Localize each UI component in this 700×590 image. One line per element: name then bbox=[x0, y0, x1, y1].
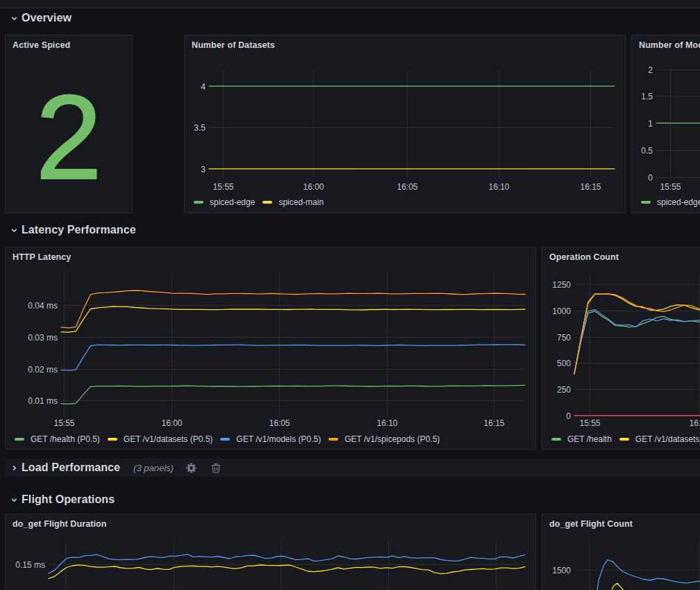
svg-text:16:15: 16:15 bbox=[483, 418, 504, 428]
legend-item[interactable]: spiced-edge bbox=[194, 197, 255, 207]
chart-plot: 0.01 ms0.02 ms0.03 ms0.04 ms15:5516:0016… bbox=[6, 247, 535, 449]
stat-value: 2 bbox=[6, 60, 132, 213]
series-line bbox=[574, 560, 700, 590]
chevron-right-icon bbox=[10, 464, 18, 472]
chart-number-of-models: 00.511.5215:5516:0016:0516:1016:15spiced… bbox=[632, 35, 700, 213]
legend-item[interactable]: GET /health (P0.5) bbox=[15, 434, 100, 444]
svg-text:1250: 1250 bbox=[552, 280, 571, 290]
svg-text:16:10: 16:10 bbox=[488, 182, 509, 192]
legend-series-dash bbox=[108, 438, 117, 441]
section-title-latency-performance: Latency Performance bbox=[22, 224, 136, 236]
chart-legend: GET /healthGET /v1/datasetsGET /v1/model… bbox=[551, 434, 700, 445]
svg-text:16:15: 16:15 bbox=[580, 182, 601, 192]
panel-http-latency: HTTP Latency 0.01 ms0.02 ms0.03 ms0.04 m… bbox=[5, 247, 536, 450]
legend-series-dash bbox=[15, 438, 24, 441]
legend-series-dash bbox=[194, 201, 203, 204]
chevron-down-icon bbox=[10, 14, 18, 22]
svg-text:16:00: 16:00 bbox=[303, 182, 324, 192]
legend-item[interactable]: GET /health bbox=[551, 434, 612, 444]
series-line bbox=[574, 294, 700, 374]
chart-legend: spiced-edgespiced-main bbox=[194, 197, 331, 208]
svg-text:15:55: 15:55 bbox=[53, 418, 74, 428]
svg-text:3.5: 3.5 bbox=[194, 123, 206, 133]
svg-text:0.5: 0.5 bbox=[641, 146, 653, 156]
svg-text:0.01 ms: 0.01 ms bbox=[28, 396, 58, 406]
svg-text:3: 3 bbox=[201, 165, 206, 174]
svg-text:1: 1 bbox=[648, 119, 653, 129]
svg-text:16:05: 16:05 bbox=[269, 418, 290, 428]
chart-legend: GET /health (P0.5)GET /v1/datasets (P0.5… bbox=[15, 434, 447, 445]
section-title-load-performance: Load Performance bbox=[22, 461, 120, 474]
section-title-flight-operations: Flight Operations bbox=[22, 493, 115, 506]
toolbar-bottom-edge bbox=[0, 0, 700, 8]
legend-series-label: GET /v1/spicepods (P0.5) bbox=[344, 434, 440, 444]
legend-series-label: GET /v1/datasets (P0.5) bbox=[124, 434, 213, 444]
chart-plot: 150015:5516:0016:0516:1016:15 bbox=[542, 514, 700, 590]
chart-number-of-datasets: 33.5415:5516:0016:0516:1016:15spiced-edg… bbox=[185, 35, 625, 213]
series-line bbox=[61, 345, 525, 370]
svg-text:15:55: 15:55 bbox=[660, 182, 681, 192]
chart-operation-count: 02505007501000125015:5516:0016:0516:1016… bbox=[542, 247, 700, 449]
chart-do-get-flight-count: 150015:5516:0016:0516:1016:15 bbox=[542, 514, 700, 590]
dashboard-canvas: Overview Active Spiced 2 Number of Datas… bbox=[0, 0, 700, 590]
legend-series-dash bbox=[551, 438, 561, 441]
series-line bbox=[49, 565, 525, 579]
trash-icon[interactable] bbox=[211, 463, 221, 473]
svg-text:0.03 ms: 0.03 ms bbox=[28, 333, 58, 343]
svg-text:16:10: 16:10 bbox=[376, 418, 397, 428]
section-row-latency-performance[interactable]: Latency Performance bbox=[10, 221, 136, 239]
legend-item[interactable]: spiced-edge bbox=[641, 197, 700, 207]
legend-series-label: spiced-main bbox=[278, 197, 324, 207]
svg-text:0.04 ms: 0.04 ms bbox=[28, 301, 58, 311]
svg-text:16:00: 16:00 bbox=[689, 418, 700, 428]
svg-text:0.15 ms: 0.15 ms bbox=[15, 560, 45, 570]
svg-text:1.5: 1.5 bbox=[641, 92, 653, 101]
chart-http-latency: 0.01 ms0.02 ms0.03 ms0.04 ms15:5516:0016… bbox=[6, 247, 535, 449]
chart-plot: 33.5415:5516:0016:0516:1016:15 bbox=[185, 35, 625, 213]
panel-active-spiced: Active Spiced 2 bbox=[5, 35, 133, 213]
svg-text:4: 4 bbox=[201, 82, 206, 92]
legend-series-dash bbox=[220, 438, 230, 441]
panel-number-of-models: Number of Models 00.511.5215:5516:0016:0… bbox=[631, 35, 700, 213]
chart-do-get-flight-duration: 0.15 ms15:5516:0016:0516:1016:15 bbox=[6, 514, 535, 590]
legend-series-label: GET /health (P0.5) bbox=[31, 434, 100, 444]
row-panel-count: (3 panels) bbox=[133, 463, 174, 473]
legend-item[interactable]: GET /v1/models (P0.5) bbox=[220, 434, 321, 444]
section-row-flight-operations[interactable]: Flight Operations bbox=[10, 491, 115, 509]
svg-text:16:00: 16:00 bbox=[161, 418, 182, 428]
svg-text:250: 250 bbox=[557, 385, 571, 395]
chart-plot: 02505007501000125015:5516:0016:0516:1016… bbox=[542, 247, 700, 449]
svg-text:1500: 1500 bbox=[552, 566, 571, 575]
legend-item[interactable]: GET /v1/datasets bbox=[619, 434, 700, 444]
legend-series-label: spiced-edge bbox=[210, 197, 255, 207]
series-line bbox=[49, 555, 525, 574]
gear-icon[interactable] bbox=[186, 463, 197, 473]
series-line bbox=[574, 583, 700, 590]
svg-text:0.02 ms: 0.02 ms bbox=[28, 365, 58, 375]
section-row-overview[interactable]: Overview bbox=[10, 9, 72, 27]
svg-text:750: 750 bbox=[557, 333, 571, 343]
section-row-load-performance[interactable]: Load Performance (3 panels) bbox=[10, 459, 221, 477]
legend-series-dash bbox=[619, 438, 629, 441]
svg-text:16:05: 16:05 bbox=[397, 182, 417, 192]
panel-number-of-datasets: Number of Datasets 33.5415:5516:0016:051… bbox=[184, 35, 626, 213]
legend-item[interactable]: GET /v1/datasets (P0.5) bbox=[108, 434, 213, 444]
svg-text:15:55: 15:55 bbox=[212, 182, 233, 192]
chevron-down-icon bbox=[10, 495, 18, 504]
section-title-overview: Overview bbox=[22, 12, 72, 24]
legend-series-label: spiced-edge bbox=[657, 197, 700, 207]
svg-text:15:55: 15:55 bbox=[579, 418, 600, 428]
svg-text:500: 500 bbox=[557, 359, 571, 368]
series-line bbox=[61, 306, 525, 332]
svg-text:1000: 1000 bbox=[552, 306, 571, 316]
legend-item[interactable]: spiced-main bbox=[262, 197, 324, 207]
legend-item[interactable]: GET /v1/spicepods (P0.5) bbox=[328, 434, 440, 444]
chart-legend: spiced-edgespiced-main bbox=[641, 197, 700, 208]
panel-do-get-flight-duration: do_get Flight Duration 0.15 ms15:5516:00… bbox=[5, 514, 536, 590]
svg-text:0: 0 bbox=[648, 173, 653, 183]
legend-series-label: GET /v1/datasets bbox=[635, 434, 700, 444]
panel-title-active-spiced[interactable]: Active Spiced bbox=[12, 40, 70, 50]
chart-plot: 0.15 ms15:5516:0016:0516:1016:15 bbox=[6, 514, 535, 590]
svg-text:0: 0 bbox=[566, 411, 571, 421]
legend-series-label: GET /v1/models (P0.5) bbox=[236, 434, 321, 444]
